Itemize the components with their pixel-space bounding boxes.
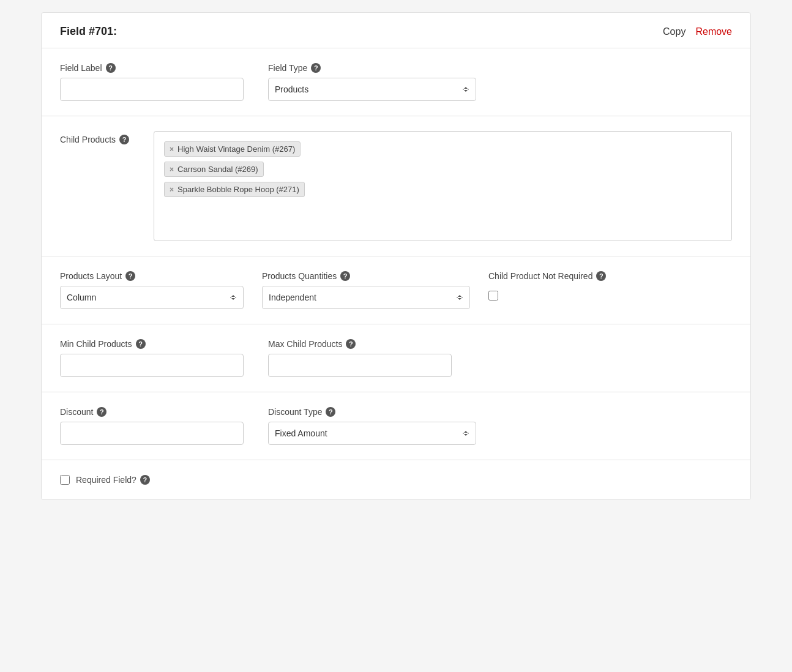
child-products-section: Child Products ? × High Waist Vintage De…	[42, 116, 750, 256]
discount-section: Discount ? Discount Type ? Fixed Amount …	[42, 392, 750, 460]
max-child-products-help-icon[interactable]: ?	[346, 339, 356, 349]
child-not-required-checkbox-wrapper	[488, 291, 606, 301]
remove-button[interactable]: Remove	[695, 26, 732, 37]
discount-row: Discount ? Discount Type ? Fixed Amount …	[60, 407, 732, 445]
field-type-help-icon[interactable]: ?	[311, 63, 321, 73]
max-child-products-input[interactable]	[268, 354, 452, 377]
min-child-products-help-icon[interactable]: ?	[136, 339, 146, 349]
max-child-products-group: Max Child Products ?	[268, 339, 452, 377]
min-child-products-group: Min Child Products ?	[60, 339, 244, 377]
min-max-row: Min Child Products ? Max Child Products …	[60, 339, 732, 377]
products-quantities-select[interactable]: Independent Shared None	[262, 286, 470, 309]
field-label-help-icon[interactable]: ?	[106, 63, 116, 73]
label-type-section: Field Label ? Field Type ? Products Text…	[42, 48, 750, 116]
child-product-not-required-help-icon[interactable]: ?	[596, 271, 606, 281]
discount-type-label: Discount Type ?	[268, 407, 476, 417]
min-child-products-label: Min Child Products ?	[60, 339, 244, 349]
field-label-group: Field Label ?	[60, 63, 244, 101]
discount-help-icon[interactable]: ?	[97, 407, 106, 417]
child-product-not-required-group: Child Product Not Required ?	[488, 271, 606, 301]
discount-type-select[interactable]: Fixed Amount Percentage	[268, 422, 476, 445]
child-products-row: Child Products ? × High Waist Vintage De…	[60, 131, 732, 241]
required-field-label: Required Field? ?	[76, 475, 150, 485]
child-product-not-required-checkbox[interactable]	[488, 291, 498, 301]
discount-label: Discount ?	[60, 407, 244, 417]
field-type-label: Field Type ?	[268, 63, 476, 73]
tag-item: × Carrson Sandal (#269)	[164, 162, 264, 177]
products-quantities-label: Products Quantities ?	[262, 271, 470, 281]
child-product-not-required-label: Child Product Not Required ?	[488, 271, 606, 281]
label-type-row: Field Label ? Field Type ? Products Text…	[60, 63, 732, 101]
products-layout-label: Products Layout ?	[60, 271, 244, 281]
products-layout-select[interactable]: Column Row Grid	[60, 286, 244, 309]
tag-item: × High Waist Vintage Denim (#267)	[164, 141, 301, 157]
products-quantities-group: Products Quantities ? Independent Shared…	[262, 271, 470, 309]
required-field-section: Required Field? ?	[42, 460, 750, 499]
discount-type-group: Discount Type ? Fixed Amount Percentage	[268, 407, 476, 445]
products-quantities-help-icon[interactable]: ?	[340, 271, 350, 281]
max-child-products-label: Max Child Products ?	[268, 339, 452, 349]
copy-button[interactable]: Copy	[663, 26, 686, 37]
required-field-checkbox[interactable]	[60, 475, 70, 485]
child-products-box[interactable]: × High Waist Vintage Denim (#267) × Carr…	[154, 131, 732, 241]
tag-row-3: × Sparkle Bobble Rope Hoop (#271)	[162, 179, 724, 200]
tag-row-2: × Carrson Sandal (#269)	[162, 159, 724, 179]
required-field-row: Required Field? ?	[60, 475, 732, 485]
min-max-section: Min Child Products ? Max Child Products …	[42, 324, 750, 392]
tag-row-1: × High Waist Vintage Denim (#267)	[162, 139, 724, 159]
products-layout-group: Products Layout ? Column Row Grid	[60, 271, 244, 309]
field-label-label: Field Label ?	[60, 63, 244, 73]
card-header: Field #701: Copy Remove	[42, 13, 750, 48]
field-card: Field #701: Copy Remove Field Label ? Fi…	[41, 12, 751, 500]
discount-input[interactable]	[60, 422, 244, 445]
child-products-label-wrapper: Child Products ?	[60, 131, 129, 144]
discount-group: Discount ?	[60, 407, 244, 445]
child-products-label: Child Products ?	[60, 135, 129, 144]
header-actions: Copy Remove	[663, 26, 732, 37]
field-label-input[interactable]	[60, 78, 244, 101]
field-type-select[interactable]: Products Text Number Select Checkbox	[268, 78, 476, 101]
discount-type-help-icon[interactable]: ?	[326, 407, 335, 417]
tag-remove-icon[interactable]: ×	[170, 165, 174, 174]
field-type-group: Field Type ? Products Text Number Select…	[268, 63, 476, 101]
tag-item: × Sparkle Bobble Rope Hoop (#271)	[164, 182, 305, 197]
layout-quantities-row: Products Layout ? Column Row Grid Produc…	[60, 271, 732, 309]
child-products-help-icon[interactable]: ?	[119, 135, 129, 144]
required-field-help-icon[interactable]: ?	[140, 475, 150, 485]
tag-remove-icon[interactable]: ×	[170, 185, 174, 194]
min-child-products-input[interactable]	[60, 354, 244, 377]
field-title: Field #701:	[60, 25, 117, 38]
products-layout-help-icon[interactable]: ?	[125, 271, 135, 281]
layout-quantities-section: Products Layout ? Column Row Grid Produc…	[42, 256, 750, 324]
tag-remove-icon[interactable]: ×	[170, 145, 174, 154]
